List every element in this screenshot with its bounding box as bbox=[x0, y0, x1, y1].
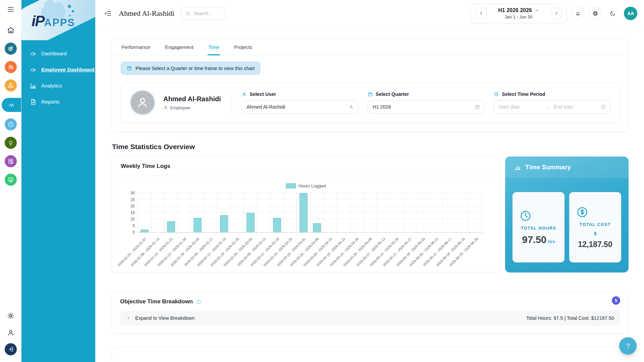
profile-role-label: Employee bbox=[170, 105, 190, 110]
rail-item-time[interactable] bbox=[5, 118, 17, 130]
rail-item-home[interactable] bbox=[5, 24, 17, 36]
person-icon bbox=[348, 104, 354, 110]
idea-icon bbox=[7, 139, 14, 146]
top-bar: Ahmed Al-Rashidi H1 2026 2026 Jan 1 - Ju… bbox=[95, 0, 644, 27]
rail-item-kiosk[interactable] bbox=[5, 174, 17, 186]
axis-tick bbox=[270, 233, 284, 235]
info-button[interactable] bbox=[196, 299, 202, 305]
sidebar-item-reports[interactable]: Reports bbox=[30, 95, 95, 109]
axis-tick bbox=[443, 233, 456, 235]
logo-text: iPAPPS bbox=[32, 13, 75, 29]
total-hours-tile: TOTAL HOURS 97.50hrs bbox=[513, 192, 565, 262]
profile-role: Employee bbox=[163, 105, 221, 110]
select-quarter-field: Select Quarter bbox=[368, 92, 484, 114]
rail-item-ideas[interactable] bbox=[5, 137, 17, 149]
y-axis-tick: 5 bbox=[132, 224, 135, 228]
period-title: H1 2026 2026 bbox=[498, 7, 532, 13]
rail-item-logout[interactable] bbox=[5, 343, 17, 355]
calendar-icon bbox=[475, 104, 480, 110]
chart-bar bbox=[167, 221, 175, 232]
axis-tick bbox=[230, 233, 244, 235]
tab-projects[interactable]: Projects bbox=[233, 39, 253, 55]
help-button[interactable]: ? bbox=[619, 337, 637, 355]
sidebar-item-analytics[interactable]: Analytics bbox=[30, 79, 95, 93]
chart-column bbox=[284, 193, 297, 232]
kiosk-icon bbox=[7, 176, 14, 183]
main-column: Ahmed Al-Rashidi H1 2026 2026 Jan 1 - Ju… bbox=[95, 0, 644, 362]
chart-title: Weekly Time Logs bbox=[112, 157, 499, 176]
end-date-input[interactable] bbox=[553, 104, 598, 110]
rail-item-settings[interactable] bbox=[5, 310, 17, 322]
period-next-button[interactable] bbox=[550, 8, 562, 19]
hamburger-menu-icon[interactable] bbox=[6, 5, 15, 14]
chevron-right-icon bbox=[554, 11, 559, 16]
chart-bar bbox=[273, 218, 281, 232]
select-user-input[interactable] bbox=[246, 104, 346, 110]
axis-tick bbox=[363, 233, 377, 235]
certificate-icon bbox=[7, 158, 14, 165]
gear-icon bbox=[7, 312, 15, 320]
notifications-button[interactable] bbox=[572, 7, 584, 20]
language-button[interactable] bbox=[589, 7, 602, 20]
axis-tick bbox=[430, 233, 443, 235]
select-quarter-label: Select Quarter bbox=[368, 92, 484, 97]
stats-row: Weekly Time Logs Hours Logged 0510152025… bbox=[112, 157, 629, 273]
breakdown-title-row: Objective Time Breakdown bbox=[120, 298, 620, 305]
axis-tick bbox=[350, 233, 363, 235]
sidebar-item-label: Reports bbox=[41, 99, 59, 105]
axis-tick bbox=[469, 233, 483, 235]
rail-item-goals[interactable] bbox=[5, 43, 17, 55]
tab-performance[interactable]: Performance bbox=[121, 39, 151, 55]
start-date-input[interactable] bbox=[498, 104, 543, 110]
select-time-period-label: Select Time Period bbox=[494, 92, 610, 97]
rail-item-profile[interactable] bbox=[5, 326, 17, 339]
objective-time-breakdown-card: Objective Time Breakdown 5 Expand to Vie… bbox=[112, 291, 629, 334]
period-display[interactable]: H1 2026 2026 Jan 1 - Jun 30 bbox=[493, 7, 544, 19]
select-quarter-input[interactable] bbox=[372, 104, 472, 110]
axis-tick bbox=[191, 233, 204, 235]
chart-bar bbox=[300, 193, 308, 232]
chart-column bbox=[430, 193, 443, 232]
time-summary-body: TOTAL HOURS 97.50hrs TOTAL COST $ 12,187… bbox=[505, 178, 629, 273]
time-summary-title: Time Summary bbox=[525, 164, 571, 171]
total-hours-unit: hrs bbox=[548, 239, 555, 244]
dark-mode-toggle[interactable] bbox=[606, 7, 619, 20]
legend-swatch bbox=[286, 183, 296, 188]
team-icon bbox=[7, 64, 14, 70]
legend-label: Hours Logged bbox=[299, 183, 326, 188]
sidebar-collapse-button[interactable] bbox=[104, 9, 112, 17]
period-prev-button[interactable] bbox=[475, 8, 487, 19]
chart-column bbox=[456, 193, 470, 232]
hierarchy-icon bbox=[7, 82, 14, 89]
chart-bar bbox=[141, 230, 149, 232]
sidebar-item-dashboard[interactable]: Dashboard bbox=[30, 47, 95, 60]
y-axis-tick: 20 bbox=[130, 204, 135, 208]
clock-icon bbox=[601, 104, 606, 110]
y-axis-tick: 25 bbox=[130, 197, 135, 202]
profile-block: Ahmed Al-Rashidi Employee bbox=[130, 90, 232, 115]
search-input[interactable] bbox=[193, 10, 221, 16]
sidebar-item-employee-dashboard[interactable]: Employee Dashboard bbox=[30, 63, 95, 76]
tab-time[interactable]: Time bbox=[208, 39, 220, 55]
user-avatar[interactable]: AA bbox=[624, 7, 637, 20]
rail-item-dashboard[interactable] bbox=[2, 98, 21, 112]
file-icon bbox=[30, 98, 37, 106]
rail-item-documents[interactable] bbox=[5, 155, 17, 167]
chart-column bbox=[363, 193, 377, 232]
axis-tick bbox=[310, 233, 324, 235]
expand-breakdown-row[interactable]: Expand to View Breakdown Total Hours: 97… bbox=[120, 310, 620, 326]
chart-column bbox=[390, 193, 403, 232]
clock-icon bbox=[519, 209, 532, 222]
total-cost-value: 12,187.50 bbox=[574, 240, 616, 249]
rail-item-team[interactable] bbox=[5, 61, 17, 73]
time-summary-card: Time Summary TOTAL HOURS 97.50hrs TOTAL … bbox=[505, 157, 629, 273]
logo-suffix: APPS bbox=[44, 17, 75, 28]
expand-breakdown-label: Expand to View Breakdown bbox=[135, 315, 195, 321]
tab-engagement[interactable]: Engagement bbox=[164, 39, 194, 55]
select-time-period-field: Select Time Period → bbox=[494, 92, 610, 114]
app-logo: iPAPPS bbox=[21, 0, 95, 40]
rail-item-workflow[interactable] bbox=[5, 79, 17, 92]
axis-tick bbox=[177, 233, 191, 235]
weekly-time-logs-card: Weekly Time Logs Hours Logged 0510152025… bbox=[112, 157, 500, 273]
filter-card: Ahmed Al-Rashidi Employee Select User Se… bbox=[121, 82, 620, 123]
